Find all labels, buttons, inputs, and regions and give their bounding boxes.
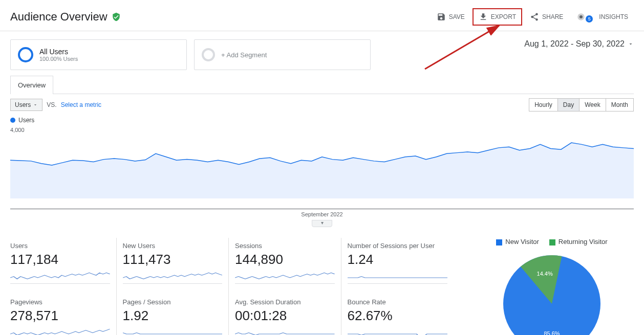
sparkline (10, 328, 110, 335)
sparkline (348, 328, 448, 335)
granularity-toggle: HourlyDayWeekMonth (529, 98, 634, 111)
granularity-week[interactable]: Week (579, 99, 605, 111)
add-segment-button[interactable]: + Add Segment (194, 39, 371, 70)
select-metric-link[interactable]: Select a metric (61, 101, 101, 108)
tabs: Overview (10, 75, 634, 94)
vs-label: VS. (47, 101, 56, 108)
header-actions: SAVE EXPORT SHARE 5 INSIGHTS (431, 8, 634, 26)
page-title: Audience Overview (10, 10, 108, 24)
segment-ring-icon (18, 47, 33, 62)
metric-card[interactable]: New Users111,473 (123, 238, 229, 294)
share-icon (530, 12, 539, 21)
metric-value: 278,571 (10, 308, 110, 324)
chevron-down-icon (33, 102, 38, 107)
chart-expander[interactable]: ▾ (10, 218, 634, 228)
metric-card[interactable]: Pageviews278,571 (10, 294, 117, 335)
metric-label: Sessions (235, 242, 335, 250)
metric-label: Pages / Session (123, 298, 223, 306)
sparkline (123, 272, 223, 284)
save-button[interactable]: SAVE (431, 9, 470, 25)
sparkline (123, 328, 223, 335)
share-button[interactable]: SHARE (524, 9, 569, 25)
metric-label: Avg. Session Duration (235, 298, 335, 306)
sparkline (10, 272, 110, 284)
metric-card[interactable]: Number of Sessions per User1.24 (348, 238, 454, 294)
visitor-pie: New VisitorReturning Visitor 14.4%85.6% (470, 238, 634, 335)
metric-value: 00:01:28 (235, 308, 335, 324)
legend-swatch (496, 239, 502, 245)
metric-card[interactable]: Pages / Session1.92 (123, 294, 229, 335)
metric-value: 144,890 (235, 252, 335, 267)
metric-dropdown[interactable]: Users (10, 99, 42, 111)
metric-card[interactable]: Users117,184 (10, 238, 117, 294)
svg-text:14.4%: 14.4% (537, 271, 553, 277)
export-icon (479, 12, 488, 21)
insights-icon (576, 12, 586, 21)
segment-name: All Users (39, 48, 78, 56)
add-segment-label: + Add Segment (221, 51, 267, 59)
pie-legend-item: New Visitor (496, 238, 539, 245)
chevron-down-icon (628, 41, 634, 47)
metric-label: Pageviews (10, 298, 110, 306)
x-axis-label: September 2022 (10, 209, 634, 217)
svg-text:85.6%: 85.6% (544, 330, 560, 335)
granularity-hourly[interactable]: Hourly (529, 99, 557, 111)
main-chart: 4,000 2,000 (10, 127, 634, 209)
sparkline (348, 272, 448, 284)
save-icon (437, 12, 446, 21)
metrics-grid: Users117,184New Users111,473Sessions144,… (10, 238, 460, 335)
chart-legend: Users (10, 117, 634, 124)
tab-overview[interactable]: Overview (10, 76, 53, 94)
metric-value: 1.24 (348, 252, 448, 267)
insights-button[interactable]: 5 INSIGHTS (571, 9, 634, 25)
verified-icon (112, 12, 121, 21)
legend-dot (10, 118, 15, 123)
metric-value: 1.92 (123, 308, 223, 324)
metric-label: Bounce Rate (348, 298, 448, 306)
metric-label: Users (10, 242, 110, 250)
date-range-picker[interactable]: Aug 1, 2022 - Sep 30, 2022 (524, 39, 634, 49)
granularity-day[interactable]: Day (557, 99, 579, 111)
svg-point-1 (579, 15, 583, 18)
segment-sub: 100.00% Users (39, 56, 78, 62)
legend-label: Users (18, 117, 34, 124)
metric-value: 111,473 (123, 252, 223, 267)
metric-card[interactable]: Sessions144,890 (235, 238, 341, 294)
sparkline (235, 328, 335, 335)
legend-swatch (549, 239, 555, 245)
insights-count-badge: 5 (586, 15, 593, 23)
metric-value: 62.67% (348, 308, 448, 324)
metric-card[interactable]: Bounce Rate62.67% (348, 294, 454, 335)
metric-label: New Users (123, 242, 223, 250)
pie-legend-item: Returning Visitor (549, 238, 608, 245)
segment-all-users[interactable]: All Users 100.00% Users (10, 39, 187, 70)
export-button[interactable]: EXPORT (473, 8, 522, 26)
metric-value: 117,184 (10, 252, 110, 267)
sparkline (235, 272, 335, 284)
metric-label: Number of Sessions per User (348, 242, 448, 250)
metric-card[interactable]: Avg. Session Duration00:01:28 (235, 294, 341, 335)
granularity-month[interactable]: Month (606, 99, 633, 111)
page-header: Audience Overview SAVE EXPORT SHARE 5 IN… (0, 0, 644, 31)
add-segment-ring-icon (202, 48, 215, 61)
